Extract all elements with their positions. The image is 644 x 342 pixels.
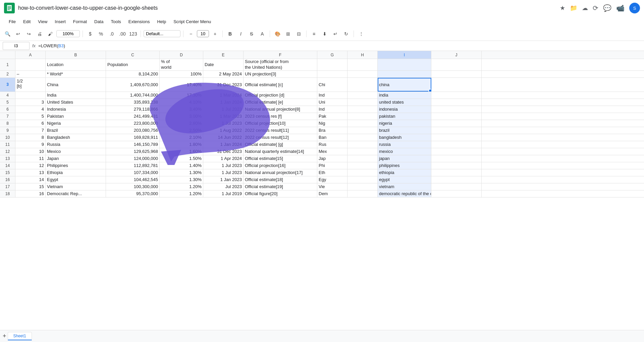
cell-j9[interactable]	[431, 127, 482, 134]
cell-g18[interactable]: Dem	[317, 190, 347, 197]
cell-f1[interactable]: Source (official or fromthe United Natio…	[244, 59, 317, 70]
col-header-e[interactable]: E	[203, 51, 244, 59]
cell-h1[interactable]	[347, 59, 378, 70]
cell-i13[interactable]: japan	[378, 155, 431, 162]
menu-data[interactable]: Data	[91, 18, 107, 25]
cell-i7[interactable]: pakistan	[378, 113, 431, 120]
cell-d2[interactable]: 100%	[160, 71, 203, 77]
cell-b3[interactable]: China	[46, 78, 106, 92]
search-button[interactable]: 🔍	[3, 29, 12, 39]
col-header-c[interactable]: C	[106, 51, 160, 59]
cell-e14[interactable]: 1 Jul 2023	[203, 162, 244, 169]
font-color-button[interactable]: A	[258, 29, 267, 39]
cell-c5[interactable]: 335,893,238	[106, 99, 160, 106]
cell-h12[interactable]	[347, 148, 378, 155]
strikethrough-button[interactable]: S	[247, 29, 256, 39]
cell-d17[interactable]: 1.20%	[160, 183, 203, 190]
bold-button[interactable]: B	[225, 29, 235, 39]
cell-g7[interactable]: Pak	[317, 113, 347, 120]
cell-d8[interactable]: 2.80%	[160, 120, 203, 127]
cell-c14[interactable]: 112,892,781	[106, 162, 160, 169]
cell-a11[interactable]: 9	[15, 141, 46, 148]
cell-a10[interactable]: 8	[15, 134, 46, 141]
cell-j6[interactable]	[431, 106, 482, 113]
video-icon[interactable]: 📹	[616, 4, 625, 12]
cell-i5[interactable]: united states	[378, 99, 431, 106]
cell-a18[interactable]: 16	[15, 190, 46, 197]
cell-d16[interactable]: 1.30%	[160, 176, 203, 183]
more-button[interactable]: ⋮	[357, 29, 366, 39]
cell-b18[interactable]: Democratic Rep...	[46, 190, 106, 197]
add-sheet-button[interactable]: +	[3, 333, 6, 340]
cell-c13[interactable]: 124,000,000	[106, 155, 160, 162]
cell-f4[interactable]: Official projection [d]	[244, 92, 317, 99]
cell-f13[interactable]: Official estimate[15]	[244, 155, 317, 162]
cell-a17[interactable]: 15	[15, 183, 46, 190]
cell-c2[interactable]: 8,104,200	[106, 71, 160, 77]
menu-file[interactable]: File	[5, 18, 19, 25]
cell-f15[interactable]: National annual projection[17]	[244, 169, 317, 176]
menu-edit[interactable]: Edit	[20, 18, 34, 25]
cell-a13[interactable]: 11	[15, 155, 46, 162]
cell-a8[interactable]: 6	[15, 120, 46, 127]
merge-button[interactable]: ⊟	[294, 29, 304, 39]
cell-d3[interactable]: 17.40%	[160, 78, 203, 92]
cell-e10[interactable]: 14 Jun 2022	[203, 134, 244, 141]
cell-h15[interactable]	[347, 169, 378, 176]
cell-j5[interactable]	[431, 99, 482, 106]
cell-b7[interactable]: Pakistan	[46, 113, 106, 120]
cell-g4[interactable]: Ind	[317, 92, 347, 99]
cell-c9[interactable]: 203,080,756	[106, 127, 160, 134]
cell-i16[interactable]: egypt	[378, 176, 431, 183]
cell-b8[interactable]: Nigeria	[46, 120, 106, 127]
comment-icon[interactable]: 💬	[603, 4, 611, 12]
cell-c17[interactable]: 100,300,000	[106, 183, 160, 190]
cell-b16[interactable]: Egypt	[46, 176, 106, 183]
cell-g10[interactable]: Ban	[317, 134, 347, 141]
cell-e1[interactable]: Date	[203, 59, 244, 70]
cell-j10[interactable]	[431, 134, 482, 141]
cell-h11[interactable]	[347, 141, 378, 148]
cell-h6[interactable]	[347, 106, 378, 113]
cell-d7[interactable]: 3.00%	[160, 113, 203, 120]
valign-button[interactable]: ⬇	[320, 29, 329, 39]
cell-a4[interactable]	[15, 92, 46, 99]
cell-e16[interactable]: 1 Jan 2023	[203, 176, 244, 183]
format-123-button[interactable]: 123	[128, 29, 138, 39]
formula-display[interactable]: =LOWER(B3)	[38, 43, 65, 48]
decimal-dec-button[interactable]: .0	[107, 29, 116, 39]
sheet-tab-1[interactable]: Sheet1	[8, 332, 32, 340]
menu-tools[interactable]: Tools	[107, 18, 124, 25]
cell-i8[interactable]: nigeria	[378, 120, 431, 127]
cell-e4[interactable]: 1 Mar 2024	[203, 92, 244, 99]
cell-a9[interactable]: 7	[15, 127, 46, 134]
cell-g3[interactable]: Chi	[317, 78, 347, 92]
cell-f8[interactable]: Official projection[10]	[244, 120, 317, 127]
cell-i6[interactable]: indonesia	[378, 106, 431, 113]
fill-color-button[interactable]: 🎨	[273, 29, 282, 39]
cell-d15[interactable]: 1.30%	[160, 169, 203, 176]
cell-j16[interactable]	[431, 176, 482, 183]
cell-c7[interactable]: 241,499,431	[106, 113, 160, 120]
cell-b11[interactable]: Russia	[46, 141, 106, 148]
italic-button[interactable]: I	[236, 29, 246, 39]
cell-a7[interactable]: 5	[15, 113, 46, 120]
undo-button[interactable]: ↩	[13, 29, 23, 39]
cell-e6[interactable]: 1 Jul 2023	[203, 106, 244, 113]
cell-d5[interactable]: 4.10%	[160, 99, 203, 106]
cloud-icon[interactable]: ☁	[582, 4, 588, 12]
cell-g16[interactable]: Egy	[317, 176, 347, 183]
cell-f7[interactable]: 2023 census res [f]	[244, 113, 317, 120]
cell-i4[interactable]: india	[378, 92, 431, 99]
cell-d4[interactable]: 17.30%	[160, 92, 203, 99]
menu-view[interactable]: View	[35, 18, 51, 25]
font-size-input[interactable]: 10	[197, 30, 209, 37]
cell-g13[interactable]: Jap	[317, 155, 347, 162]
cell-a5[interactable]: 3	[15, 99, 46, 106]
cell-j8[interactable]	[431, 120, 482, 127]
cell-h4[interactable]	[347, 92, 378, 99]
cell-e12[interactable]: 31 Dec 2023	[203, 148, 244, 155]
cell-f18[interactable]: Official figure[20]	[244, 190, 317, 197]
col-header-b[interactable]: B	[46, 51, 106, 59]
cell-g15[interactable]: Eth	[317, 169, 347, 176]
